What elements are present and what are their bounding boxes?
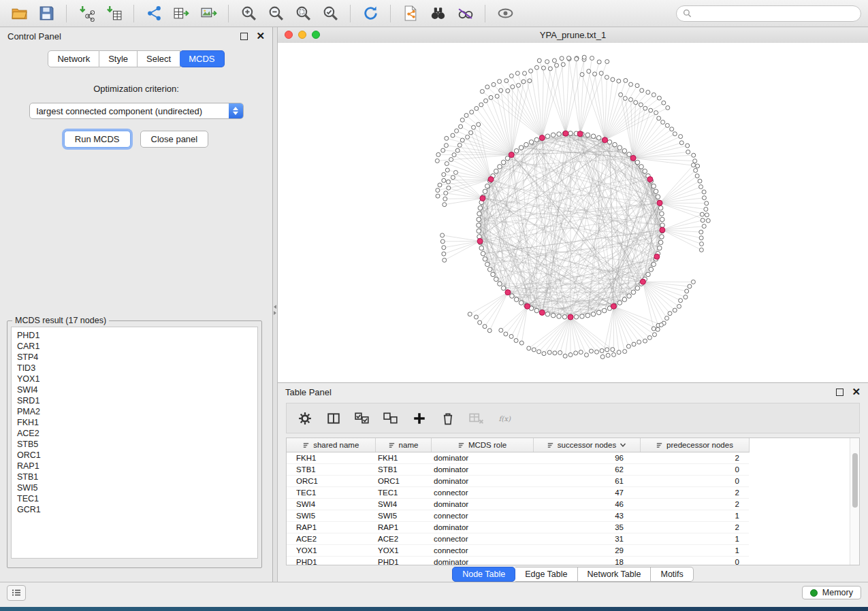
table-cell[interactable]: dominator xyxy=(431,452,533,464)
table-cell[interactable]: dominator xyxy=(431,522,533,533)
network-leaf-node[interactable] xyxy=(445,161,449,165)
table-row[interactable]: TEC1TEC1connector472 xyxy=(287,487,749,499)
delete-column-button[interactable] xyxy=(440,411,455,426)
network-leaf-node[interactable] xyxy=(455,148,460,152)
zoom-out-button[interactable] xyxy=(263,3,288,24)
network-leaf-node[interactable] xyxy=(455,129,459,133)
table-scrollbar[interactable] xyxy=(850,438,859,565)
network-leaf-node[interactable] xyxy=(662,101,666,105)
network-leaf-node[interactable] xyxy=(600,354,605,359)
table-cell[interactable]: STB1 xyxy=(375,464,431,476)
table-cell[interactable]: 62 xyxy=(533,464,640,476)
table-row[interactable]: ORC1ORC1dominator610 xyxy=(287,476,749,487)
network-leaf-node[interactable] xyxy=(593,72,597,76)
network-leaf-node[interactable] xyxy=(599,71,603,76)
network-node[interactable] xyxy=(524,142,529,147)
network-node[interactable] xyxy=(613,142,617,147)
mcds-result-item[interactable]: FKH1 xyxy=(17,417,257,428)
network-leaf-node[interactable] xyxy=(701,218,705,222)
network-leaf-node[interactable] xyxy=(699,185,703,189)
network-leaf-node[interactable] xyxy=(447,186,451,190)
float-panel-icon[interactable] xyxy=(240,33,248,40)
column-header-shared-name[interactable]: shared name xyxy=(287,438,375,452)
table-cell[interactable]: 2 xyxy=(640,487,749,499)
network-node[interactable] xyxy=(519,301,524,306)
network-leaf-node[interactable] xyxy=(606,353,610,357)
network-leaf-node[interactable] xyxy=(561,63,565,67)
network-leaf-node[interactable] xyxy=(548,67,552,71)
network-leaf-node[interactable] xyxy=(693,159,697,163)
network-leaf-node[interactable] xyxy=(519,341,524,345)
network-leaf-node[interactable] xyxy=(441,148,445,152)
network-leaf-node[interactable] xyxy=(527,346,531,350)
network-leaf-node[interactable] xyxy=(537,59,541,63)
network-leaf-node[interactable] xyxy=(479,103,483,107)
column-header-mcds-role[interactable]: MCDS role xyxy=(431,438,533,452)
mcds-result-item[interactable]: GCR1 xyxy=(17,504,257,515)
network-leaf-node[interactable] xyxy=(459,125,463,129)
network-leaf-node[interactable] xyxy=(584,353,588,357)
network-leaf-node[interactable] xyxy=(635,84,639,88)
network-leaf-node[interactable] xyxy=(511,85,515,89)
table-cell[interactable]: connector xyxy=(431,545,533,557)
network-node[interactable] xyxy=(529,140,534,145)
network-leaf-node[interactable] xyxy=(484,99,488,103)
mcds-result-item[interactable]: ACE2 xyxy=(17,428,257,439)
network-leaf-node[interactable] xyxy=(532,348,536,352)
network-node[interactable] xyxy=(596,310,601,315)
network-leaf-node[interactable] xyxy=(523,71,527,76)
network-node[interactable] xyxy=(557,132,562,137)
network-node[interactable] xyxy=(617,146,622,150)
table-cell[interactable]: 0 xyxy=(640,557,749,566)
clear-table-button[interactable] xyxy=(469,411,484,426)
table-cell[interactable]: ORC1 xyxy=(287,476,375,487)
network-node[interactable] xyxy=(580,314,585,319)
mcds-result-item[interactable]: SWI5 xyxy=(17,482,257,493)
network-leaf-node[interactable] xyxy=(694,168,698,172)
network-leaf-node[interactable] xyxy=(568,352,573,357)
network-leaf-node[interactable] xyxy=(555,63,559,67)
network-leaf-node[interactable] xyxy=(563,354,567,358)
network-leaf-node[interactable] xyxy=(452,153,456,157)
mcds-result-list[interactable]: PHD1CAR1STP4TID3YOX1SWI4SRD1PMA2FKH1ACE2… xyxy=(11,327,258,559)
network-leaf-node[interactable] xyxy=(679,299,683,303)
network-leaf-node[interactable] xyxy=(492,82,496,86)
float-table-panel-icon[interactable] xyxy=(836,389,843,396)
table-cell[interactable]: 46 xyxy=(533,499,640,510)
network-hub-node[interactable] xyxy=(602,137,608,143)
table-cell[interactable]: SWI4 xyxy=(287,499,375,510)
tab-mcds[interactable]: MCDS xyxy=(180,50,224,67)
table-cell[interactable]: ACE2 xyxy=(375,533,431,545)
network-node[interactable] xyxy=(477,229,481,233)
network-node[interactable] xyxy=(654,189,658,194)
search-box[interactable] xyxy=(676,5,861,22)
network-node[interactable] xyxy=(483,189,487,194)
network-leaf-node[interactable] xyxy=(611,78,615,82)
table-cell[interactable]: connector xyxy=(431,487,533,499)
network-node[interactable] xyxy=(498,165,502,169)
network-leaf-node[interactable] xyxy=(699,236,703,240)
network-leaf-node[interactable] xyxy=(688,284,692,288)
network-node[interactable] xyxy=(660,217,664,222)
table-row[interactable]: ACE2ACE2connector311 xyxy=(287,533,749,545)
network-node[interactable] xyxy=(519,146,524,150)
network-leaf-node[interactable] xyxy=(547,350,551,354)
network-node[interactable] xyxy=(627,294,632,299)
zoom-fit-button[interactable] xyxy=(291,3,315,24)
network-leaf-node[interactable] xyxy=(499,328,503,332)
network-hub-node[interactable] xyxy=(480,196,485,201)
network-node[interactable] xyxy=(660,223,665,228)
network-leaf-node[interactable] xyxy=(509,334,513,338)
network-leaf-node[interactable] xyxy=(442,173,446,177)
column-header-successor-nodes[interactable]: successor nodes xyxy=(533,438,640,452)
table-cell[interactable]: FKH1 xyxy=(375,452,431,464)
close-panel-button[interactable]: Close panel xyxy=(140,131,209,148)
network-hub-node[interactable] xyxy=(630,155,636,161)
network-leaf-node[interactable] xyxy=(445,136,449,140)
table-row[interactable]: SWI5SWI5connector431 xyxy=(287,510,749,522)
table-cell[interactable]: YOX1 xyxy=(287,545,375,557)
network-leaf-node[interactable] xyxy=(623,97,627,101)
tab-motifs[interactable]: Motifs xyxy=(651,567,693,582)
mcds-result-item[interactable]: YOX1 xyxy=(17,374,257,384)
network-window-titlebar[interactable]: YPA_prune.txt_1 xyxy=(278,27,868,44)
